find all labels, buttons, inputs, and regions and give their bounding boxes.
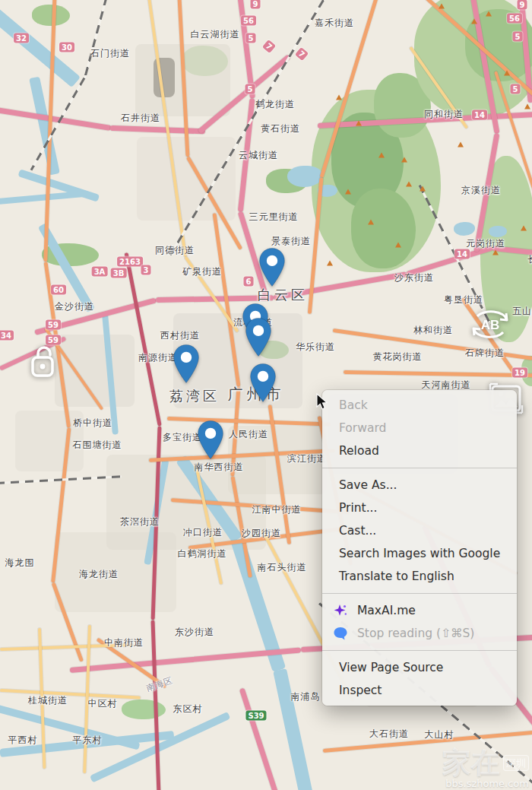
peak-icon xyxy=(378,153,385,158)
menu-item-maxai-me[interactable]: MaxAI.me xyxy=(322,599,517,622)
watermark: 家在深圳 bbs.szhome.com xyxy=(442,748,529,788)
river xyxy=(273,668,315,790)
route-badge: 9 xyxy=(251,0,261,9)
map-pin[interactable] xyxy=(196,420,225,460)
street-label: 石门街道 xyxy=(90,47,130,60)
street-label: 东区村 xyxy=(173,703,203,715)
street-label: 黄花岗街道 xyxy=(373,351,423,363)
menu-item-label: Reload xyxy=(339,444,379,458)
route-badge: 32 xyxy=(14,33,29,43)
screenshot-stage: 323095657759565521633A3B3605959346141419… xyxy=(0,0,532,790)
menu-item-label: View Page Source xyxy=(339,661,443,674)
street-label: 人民街道 xyxy=(229,428,268,441)
watermark-badge: 深圳 xyxy=(503,755,529,771)
street-label: 同德街道 xyxy=(155,244,195,257)
street-label: 海龙围 xyxy=(5,557,35,569)
translate-ab-icon[interactable]: AB xyxy=(468,309,512,339)
menu-item-translate-to-english[interactable]: Translate to English xyxy=(322,565,517,588)
route-badge: 5 xyxy=(513,32,523,42)
unlock-icon[interactable] xyxy=(29,344,59,379)
menu-item-view-page-source[interactable]: View Page Source xyxy=(322,656,517,679)
map-pin[interactable] xyxy=(258,247,287,287)
street-label: 三元里街道 xyxy=(249,211,299,224)
street-label: 大石街道 xyxy=(369,728,409,741)
peak-icon xyxy=(504,71,510,76)
route-badge: 56 xyxy=(241,16,256,26)
river xyxy=(90,712,230,783)
street-label: 桂城街道 xyxy=(28,694,68,707)
street-label: 林和街道 xyxy=(413,324,453,337)
road-motorway xyxy=(239,687,281,790)
route-badge: 3B xyxy=(111,268,127,278)
street-label: 平东村 xyxy=(73,734,103,747)
menu-section: MaxAI.me Stop reading (⇧⌘S) xyxy=(322,593,517,645)
route-badge: 2163 xyxy=(117,257,143,267)
watermark-text: 家在 xyxy=(442,748,500,777)
watermark-url: bbs.szhome.com xyxy=(442,779,529,788)
peak-icon xyxy=(395,243,401,248)
map-pin[interactable] xyxy=(244,317,273,357)
menu-item-search-images-with-google[interactable]: Search Images with Google xyxy=(322,542,517,565)
street-label: 桥中街道 xyxy=(73,417,112,430)
street-label: 沙东街道 xyxy=(394,271,434,284)
street-label: 中区村 xyxy=(88,697,118,710)
peak-icon xyxy=(356,121,362,126)
green-area xyxy=(32,5,70,26)
street-label: 石井街道 xyxy=(121,112,160,125)
railway xyxy=(84,0,107,78)
route-badge: 59 xyxy=(46,320,61,330)
street-label: 海龙街道 xyxy=(79,568,119,581)
peak-icon xyxy=(471,19,477,24)
street-label: 元岗街道 xyxy=(466,237,505,250)
menu-item-label: Search Images with Google xyxy=(339,547,500,560)
menu-item-back: Back xyxy=(322,394,517,417)
map-pin[interactable] xyxy=(172,344,201,384)
route-badge: 6 xyxy=(244,277,254,287)
street-label: 平西村 xyxy=(8,734,38,747)
route-badge: S39 xyxy=(245,711,266,721)
street-label: 西村街道 xyxy=(160,329,200,342)
peak-icon xyxy=(420,186,426,192)
route-badge: 7 xyxy=(295,47,309,61)
menu-section: BackForwardReload xyxy=(322,394,517,462)
peak-icon xyxy=(401,157,407,163)
menu-section: Save As...Print...Cast...Search Images w… xyxy=(322,468,517,588)
street-label: 天河南街道 xyxy=(422,379,471,392)
peak-icon xyxy=(345,189,351,195)
street-label: 南浦岛 xyxy=(291,690,321,703)
peak-icon xyxy=(406,182,412,187)
street-label: 嘉禾街道 xyxy=(315,17,354,30)
lake xyxy=(454,222,475,236)
route-badge: 9 xyxy=(518,0,527,10)
menu-item-label: MaxAI.me xyxy=(357,604,416,617)
menu-item-cast[interactable]: Cast... xyxy=(322,519,517,542)
peak-icon xyxy=(368,220,374,225)
route-badge: 3A xyxy=(92,267,108,277)
menu-section: View Page SourceInspect xyxy=(322,650,517,702)
peak-icon xyxy=(521,226,527,231)
street-label: 五山街道 xyxy=(512,305,532,318)
river xyxy=(0,191,87,205)
menu-item-save-as[interactable]: Save As... xyxy=(322,474,517,497)
menu-item-print[interactable]: Print... xyxy=(322,497,517,519)
street-label: 长兴街道 xyxy=(527,253,532,266)
green-area xyxy=(351,189,416,268)
street-label: 石围塘街道 xyxy=(73,439,122,452)
menu-item-label: Print... xyxy=(339,501,377,515)
menu-item-stop-reading-s: Stop reading (⇧⌘S) xyxy=(322,622,517,645)
context-menu: BackForwardReloadSave As...Print...Cast.… xyxy=(322,390,517,706)
menu-item-reload[interactable]: Reload xyxy=(322,439,517,462)
street-label: 矿泉街道 xyxy=(182,265,222,278)
map-pin[interactable] xyxy=(249,363,277,403)
street-label: 京溪街道 xyxy=(461,184,501,197)
menu-item-label: Back xyxy=(339,398,368,412)
district-label: 白云区 xyxy=(258,286,308,304)
menu-item-label: Forward xyxy=(339,421,386,435)
street-label: 粤垦街道 xyxy=(444,293,483,306)
menu-item-inspect[interactable]: Inspect xyxy=(322,679,517,702)
mouse-cursor xyxy=(315,393,329,410)
menu-item-label: Stop reading (⇧⌘S) xyxy=(357,627,474,640)
street-label: 金沙街道 xyxy=(55,300,94,313)
peak-icon xyxy=(327,261,333,266)
peak-icon xyxy=(486,11,492,17)
